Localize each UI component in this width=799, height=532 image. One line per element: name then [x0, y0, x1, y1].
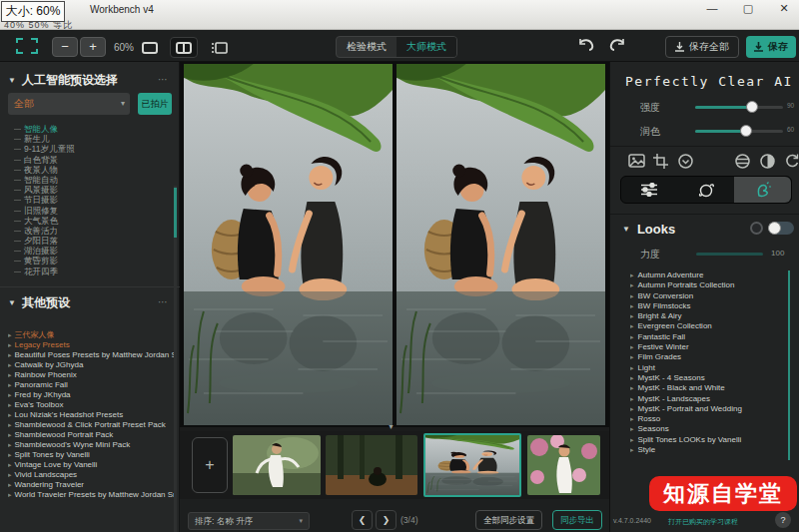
sort-dropdown[interactable]: 排序: 名称 升序 ▾ — [188, 512, 310, 530]
tint-slider[interactable] — [695, 130, 783, 133]
compare-view-icon[interactable] — [206, 37, 234, 58]
footer-link[interactable]: 打开已购买的学习课程 — [668, 517, 738, 527]
looks-group-item[interactable]: ▸BW Filmstocks — [630, 301, 788, 311]
ai-preset-item[interactable]: 黄昏剪影 — [14, 256, 164, 266]
other-presets-header[interactable]: ▼ 其他预设 — [8, 294, 70, 311]
other-preset-item[interactable]: ▸Vivid Landscapes — [8, 470, 174, 480]
strength-slider[interactable] — [695, 106, 783, 109]
looks-group-item[interactable]: ▸MystK - Portrait and Wedding — [630, 404, 788, 414]
save-all-button[interactable]: 保存全部 — [665, 36, 739, 58]
other-preset-item[interactable]: ▸Fred by JKhyda — [8, 390, 174, 400]
looks-preview-toggle[interactable] — [750, 222, 763, 235]
ai-preset-item[interactable]: 智能人像 — [14, 124, 164, 134]
split-view-icon[interactable] — [170, 37, 198, 58]
more-icon[interactable]: ⋯ — [158, 296, 169, 307]
ai-presets-header[interactable]: ▼ 人工智能预设选择 — [8, 72, 118, 89]
ai-preset-item[interactable]: 新生儿 — [14, 134, 164, 144]
redo-icon[interactable] — [609, 37, 626, 56]
looks-header[interactable]: ▼ Looks — [622, 222, 675, 237]
zoom-in-button[interactable]: + — [80, 37, 106, 57]
thumbnail-girls-selected[interactable] — [423, 433, 521, 497]
image-icon[interactable] — [628, 154, 645, 172]
slider-knob[interactable] — [746, 101, 758, 113]
ai-preset-item[interactable]: 夕阳日落 — [14, 236, 164, 246]
ai-preset-item[interactable]: 湖泊摄影 — [14, 246, 164, 256]
preset-group-dropdown[interactable]: 全部 ▾ — [8, 93, 130, 115]
mode-tab[interactable]: 大师模式 — [397, 37, 456, 57]
other-preset-item[interactable]: ▸三代家人像 — [8, 330, 174, 340]
looks-scrollbar[interactable] — [788, 270, 790, 460]
circle-chevron-icon[interactable] — [678, 154, 693, 173]
ai-preset-item[interactable]: 节日摄影 — [14, 195, 164, 205]
other-preset-item[interactable]: ▸Rainbow Phoenix — [8, 370, 174, 380]
other-preset-item[interactable]: ▸Vintage Love by Vanelli — [8, 460, 174, 470]
looks-group-item[interactable]: ▸Festive Winter — [630, 342, 788, 352]
more-icon[interactable]: ⋯ — [158, 74, 169, 85]
sync-export-button[interactable]: 同步导出 — [552, 510, 602, 530]
looks-group-item[interactable]: ▸Autumn Adventure — [630, 270, 788, 280]
thumbnail-flowers[interactable] — [527, 435, 600, 495]
looks-group-item[interactable]: ▸Evergreen Collection — [630, 321, 788, 331]
other-preset-item[interactable]: ▸Split Tones by Vanelli — [8, 450, 174, 460]
ai-preset-item[interactable]: 旧照修复 — [14, 206, 164, 216]
tab-ai-looks[interactable] — [734, 177, 791, 203]
ai-preset-item[interactable]: 9-11岁儿童照 — [14, 144, 164, 154]
looks-group-item[interactable]: ▸Seasons — [630, 424, 788, 434]
other-preset-item[interactable]: ▸Panoramic Fall — [8, 380, 174, 390]
next-photo-button[interactable]: ❯ — [376, 510, 397, 530]
looks-group-item[interactable]: ▸Bright & Airy — [630, 311, 788, 321]
other-preset-item[interactable]: ▸Lou Niziak's Headshot Presets — [8, 410, 174, 420]
looks-group-item[interactable]: ▸Split Tones LOOKs by Vanelli — [630, 435, 788, 445]
other-preset-item[interactable]: ▸Shamblewood's Wyne Mini Pack — [8, 440, 174, 450]
single-view-icon[interactable] — [136, 37, 164, 58]
ai-preset-item[interactable]: 白色背景 — [14, 155, 164, 165]
looks-group-item[interactable]: ▸MystK - 4 Seasons — [630, 373, 788, 383]
zoom-out-button[interactable]: − — [52, 37, 78, 57]
looks-group-item[interactable]: ▸BW Conversion — [630, 291, 788, 301]
thumbnail-forest[interactable] — [326, 435, 417, 495]
ai-preset-item[interactable]: 花开四季 — [14, 266, 164, 276]
other-preset-item[interactable]: ▸Catwalk by JGhyda — [8, 360, 174, 370]
crop-icon[interactable] — [653, 154, 668, 173]
filmstrip-collapse-icon[interactable]: ▼ — [388, 423, 395, 430]
undo-icon[interactable] — [577, 37, 594, 56]
apply-photos-button[interactable]: 已拍片 — [138, 93, 172, 115]
looks-group-item[interactable]: ▸Fantastic Fall — [630, 332, 788, 342]
minimize-icon[interactable]: — — [705, 2, 719, 15]
looks-group-item[interactable]: ▸MystK - Black and White — [630, 383, 788, 393]
looks-group-item[interactable]: ▸Style — [630, 445, 788, 455]
looks-group-item[interactable]: ▸Rosso — [630, 414, 788, 424]
looks-group-item[interactable]: ▸MystK - Landscapes — [630, 394, 788, 404]
tab-retouch[interactable] — [678, 177, 735, 203]
other-preset-item[interactable]: ▸Legacy Presets — [8, 340, 174, 350]
maximize-icon[interactable]: ▢ — [741, 2, 755, 15]
ai-preset-item[interactable]: 智能自动 — [14, 175, 164, 185]
looks-enable-toggle[interactable] — [768, 222, 794, 235]
looks-group-item[interactable]: ▸Film Grades — [630, 352, 788, 362]
other-preset-item[interactable]: ▸World Traveler Presets by Matthew Jorda… — [8, 490, 174, 500]
before-image-pane[interactable] — [184, 64, 393, 425]
other-preset-item[interactable]: ▸Shamblewood & Click Portrait Preset Pac… — [8, 420, 174, 430]
fit-frame-icon[interactable] — [16, 37, 38, 59]
other-preset-item[interactable]: ▸Shamblewood Portrait Pack — [8, 430, 174, 440]
rotate-icon[interactable] — [785, 154, 799, 173]
before-after-icon[interactable] — [735, 154, 750, 173]
tab-adjustments[interactable] — [621, 177, 678, 203]
thumbnail-dancer[interactable] — [233, 435, 321, 495]
contrast-icon[interactable] — [760, 154, 775, 173]
after-image-pane[interactable] — [397, 64, 605, 425]
ai-preset-item[interactable]: 改善活力 — [14, 226, 164, 236]
ai-preset-item[interactable]: 风景摄影 — [14, 185, 164, 195]
other-preset-item[interactable]: ▸Wandering Traveler — [8, 480, 174, 490]
help-icon[interactable]: ? — [775, 512, 791, 528]
other-preset-item[interactable]: ▸Eva's Toolbox — [8, 400, 174, 410]
add-photo-button[interactable]: + — [192, 437, 228, 493]
sync-all-button[interactable]: 全部同步设置 — [475, 510, 542, 530]
ai-preset-item[interactable]: 夜景人物 — [14, 165, 164, 175]
sidebar-scrollbar[interactable] — [174, 186, 177, 532]
looks-strength-slider[interactable] — [696, 253, 763, 256]
looks-group-item[interactable]: ▸Light — [630, 363, 788, 373]
close-icon[interactable]: ✕ — [777, 2, 791, 15]
slider-knob[interactable] — [740, 125, 752, 137]
previous-photo-button[interactable]: ❮ — [352, 510, 373, 530]
